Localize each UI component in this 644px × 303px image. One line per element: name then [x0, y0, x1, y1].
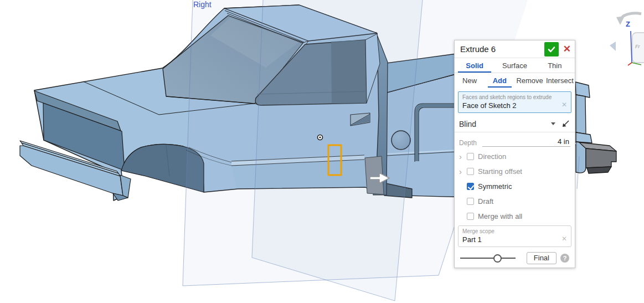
rotate-arrowhead-icon[interactable]: [616, 16, 625, 25]
faces-field-value: Face of Sketch 2: [462, 101, 567, 110]
expand-chevron-icon[interactable]: ›: [459, 167, 463, 176]
tab-remove[interactable]: Remove: [515, 73, 545, 88]
faces-selection-field[interactable]: Faces and sketch regions to extrude Face…: [458, 91, 571, 113]
truck-rear-assembly[interactable]: [575, 82, 616, 173]
symmetric-checkbox[interactable]: [467, 183, 474, 190]
sketch-point-marker[interactable]: [318, 135, 323, 140]
right-plane-label[interactable]: Right: [193, 0, 212, 9]
rear-column[interactable]: [576, 95, 586, 134]
tab-solid[interactable]: Solid: [455, 58, 494, 73]
option-row-starting-offset: › Starting offset: [455, 164, 575, 179]
merge-scope-field[interactable]: Merge scope Part 1 ✕: [458, 225, 571, 247]
merge-scope-label: Merge scope: [462, 228, 567, 234]
cancel-button[interactable]: ✕: [563, 44, 571, 54]
merge-with-all-label: Merge with all: [478, 212, 522, 220]
depth-input[interactable]: 4 in: [482, 137, 570, 147]
z-axis-label: Z: [626, 20, 630, 28]
tab-new[interactable]: New: [455, 73, 485, 88]
chevron-down-icon[interactable]: [551, 122, 555, 125]
faces-field-label: Faces and sketch regions to extrude: [462, 94, 567, 100]
help-icon[interactable]: ?: [560, 254, 569, 263]
starting-offset-checkbox[interactable]: [467, 168, 474, 175]
close-icon: ✕: [563, 44, 571, 54]
boolean-type-tabs: New Add Remove Intersect: [455, 73, 575, 88]
x-axis-line: [628, 63, 632, 65]
confirm-button[interactable]: [544, 42, 559, 57]
slider-track[interactable]: [460, 258, 516, 259]
dialog-header: Extrude 6 ✕: [455, 40, 575, 58]
symmetric-label: Symmetric: [478, 182, 512, 191]
clear-merge-scope-icon[interactable]: ✕: [561, 235, 567, 243]
final-button[interactable]: Final: [527, 252, 557, 264]
tab-add[interactable]: Add: [485, 73, 514, 88]
option-row-merge-with-all: › Merge with all: [455, 209, 575, 224]
view-cube-front-label[interactable]: Fr: [635, 44, 640, 49]
draft-label: Draft: [478, 197, 493, 206]
front-plane-fill[interactable]: [252, 0, 423, 301]
direction-label: Direction: [478, 152, 506, 161]
option-row-symmetric: › Symmetric: [455, 179, 575, 194]
rear-bumper-under[interactable]: [587, 167, 611, 173]
end-condition-row: Blind: [455, 116, 575, 132]
dialog-footer: Final ?: [455, 249, 575, 268]
geometry-type-tabs: Solid Surface Thin: [455, 58, 575, 73]
direction-checkbox[interactable]: [467, 153, 474, 160]
expand-chevron-icon[interactable]: ›: [459, 152, 463, 161]
z-axis-line: [631, 31, 632, 63]
tab-thin[interactable]: Thin: [535, 58, 575, 73]
option-row-draft: › Draft: [455, 194, 575, 209]
tab-intersect[interactable]: Intersect: [545, 73, 575, 88]
clear-selection-icon[interactable]: ✕: [561, 101, 567, 109]
starting-offset-label: Starting offset: [478, 167, 522, 176]
rollback-slider[interactable]: [460, 254, 516, 262]
option-row-direction: › Direction: [455, 149, 575, 164]
pan-left-triangle-icon[interactable]: [610, 42, 616, 51]
draft-checkbox[interactable]: [467, 198, 474, 205]
depth-row: Depth 4 in: [455, 132, 575, 149]
dialog-title: Extrude 6: [460, 44, 544, 54]
extrude-dialog: Extrude 6 ✕ Solid Surface Thin New Add R…: [454, 40, 575, 268]
end-condition-select[interactable]: Blind: [459, 120, 551, 129]
flip-direction-icon[interactable]: [561, 119, 570, 129]
merge-scope-value: Part 1: [462, 235, 567, 244]
tab-surface[interactable]: Surface: [494, 58, 534, 73]
merge-with-all-checkbox[interactable]: [467, 213, 474, 220]
rear-bumper-face[interactable]: [586, 148, 616, 168]
rear-step[interactable]: [576, 132, 592, 143]
check-icon: [547, 45, 556, 54]
slider-handle[interactable]: [493, 254, 502, 263]
depth-label: Depth: [459, 139, 477, 147]
